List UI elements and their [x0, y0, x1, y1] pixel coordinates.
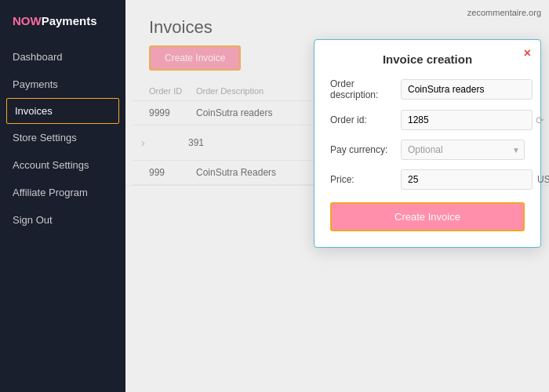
price-input[interactable] [401, 169, 533, 190]
modal-title: Invoice creation [330, 53, 525, 66]
modal-create-invoice-button[interactable]: Create Invoice [330, 202, 525, 231]
logo-now: NOW [13, 14, 42, 27]
sidebar-item-invoices[interactable]: Invoices [6, 98, 119, 124]
order-description-input[interactable] [401, 79, 533, 100]
order-description-row: Order description: [330, 78, 525, 100]
sidebar-nav: Dashboard Payments Invoices Store Settin… [0, 43, 125, 234]
sidebar-item-affiliate-program[interactable]: Affiliate Program [0, 179, 125, 206]
order-id-row: Order id: ⟳ [330, 110, 525, 130]
logo: NOWPayments [0, 0, 125, 43]
refresh-icon[interactable]: ⟳ [536, 114, 544, 126]
order-id-input[interactable] [401, 110, 533, 130]
order-description-label: Order description: [330, 78, 401, 100]
sidebar-item-payments[interactable]: Payments [0, 71, 125, 98]
modal-close-button[interactable]: × [524, 46, 531, 60]
price-row: Price: USD [330, 169, 525, 190]
watermark: zecommentaire.org [467, 8, 541, 17]
invoice-creation-modal: × Invoice creation Order description: Or… [314, 39, 541, 248]
sidebar-item-sign-out[interactable]: Sign Out [0, 206, 125, 234]
sidebar-item-dashboard[interactable]: Dashboard [0, 43, 125, 71]
pay-currency-label: Pay currency: [330, 144, 401, 155]
main-content: Invoices Create Invoice Order ID Order D… [125, 0, 549, 392]
order-id-label: Order id: [330, 114, 401, 125]
pay-currency-select-wrapper: Optional BTC ETH LTC ▼ [401, 140, 525, 160]
pay-currency-row: Pay currency: Optional BTC ETH LTC ▼ [330, 140, 525, 160]
usd-label: USD [537, 174, 549, 185]
sidebar-item-account-settings[interactable]: Account Settings [0, 151, 125, 179]
pay-currency-select[interactable]: Optional BTC ETH LTC [401, 140, 525, 160]
sidebar-item-store-settings[interactable]: Store Settings [0, 124, 125, 151]
price-label: Price: [330, 174, 401, 185]
logo-payments: Payments [42, 14, 97, 27]
sidebar: NOWPayments Dashboard Payments Invoices … [0, 0, 125, 392]
